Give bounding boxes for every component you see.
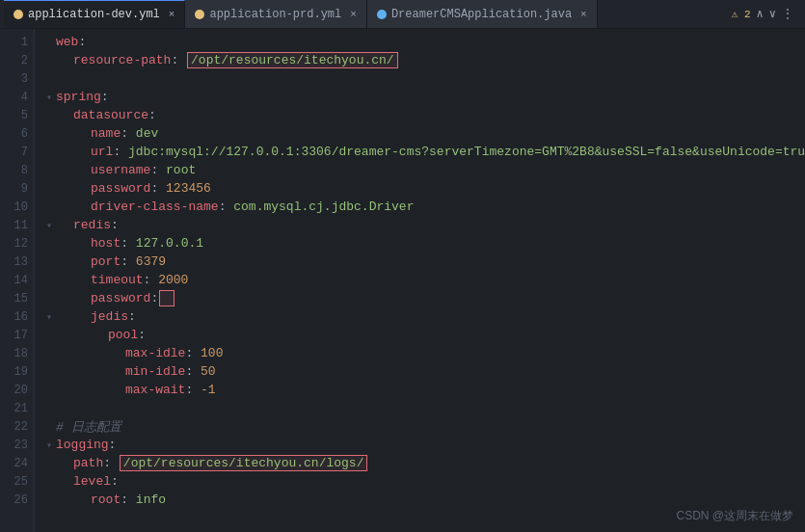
code-text: port: 6379	[91, 254, 166, 269]
code-text: url: jdbc:mysql://127.0.0.1:3306/dreamer…	[91, 145, 805, 159]
code-line: password:	[42, 289, 805, 307]
code-line: max-idle: 100	[42, 344, 805, 362]
code-line: ▾jedis:	[42, 307, 805, 326]
code-text: password: 123456	[91, 181, 211, 196]
code-text: web:	[56, 35, 86, 49]
tab-close-btn[interactable]: ×	[169, 9, 175, 20]
code-line: username: root	[42, 161, 805, 179]
code-line	[42, 69, 805, 88]
line-number: 7	[0, 143, 34, 161]
line-number: 22	[0, 417, 34, 436]
code-text: host: 127.0.0.1	[91, 236, 203, 251]
tab-dreamer-cms[interactable]: DreamerCMSApplication.java ×	[367, 0, 598, 28]
tab-application-prd[interactable]: application-prd.yml ×	[185, 0, 366, 28]
editor-body: 1234567891011121314151617181920212223242…	[0, 29, 805, 532]
code-line: min-idle: 50	[42, 362, 805, 381]
line-number: 25	[0, 472, 34, 491]
line-number: 10	[0, 198, 34, 216]
fold-gutter[interactable]: ▾	[42, 220, 56, 231]
code-line: name: dev	[42, 124, 805, 143]
code-line: web:	[42, 33, 805, 51]
tab-close-btn-3[interactable]: ×	[580, 9, 587, 20]
line-number: 11	[0, 216, 34, 234]
fold-gutter[interactable]: ▾	[42, 311, 56, 323]
tab-close-btn-2[interactable]: ×	[350, 9, 357, 20]
code-text: timeout: 2000	[91, 273, 188, 287]
tab-label-2: application-prd.yml	[209, 8, 341, 21]
line-number: 12	[0, 234, 34, 253]
code-text: username: root	[91, 163, 196, 177]
code-text: name: dev	[91, 126, 158, 141]
editor-container: application-dev.yml × application-prd.ym…	[0, 0, 805, 532]
code-line: host: 127.0.0.1	[42, 234, 805, 253]
menu-btn[interactable]: ⋮	[782, 7, 793, 21]
code-line: port: 6379	[42, 253, 805, 271]
fold-gutter[interactable]: ▾	[42, 439, 56, 451]
code-text: max-idle: 100	[125, 346, 223, 360]
code-line: path: /opt/resources/itechyou.cn/logs/	[42, 454, 805, 472]
tab-label-3: DreamerCMSApplication.java	[391, 8, 572, 21]
line-number: 1	[0, 33, 34, 51]
line-number: 23	[0, 436, 34, 454]
toolbar-right: ⚠ 2 ∧ ∨ ⋮	[732, 7, 801, 21]
line-number: 6	[0, 124, 34, 143]
line-number: 24	[0, 454, 34, 472]
line-number: 21	[0, 399, 34, 417]
line-number: 9	[0, 179, 34, 198]
fold-gutter[interactable]: ▾	[42, 92, 56, 103]
code-text	[56, 401, 64, 415]
code-line: root: info	[42, 491, 805, 509]
code-line: datasource:	[42, 106, 805, 124]
code-text: # 日志配置	[56, 418, 121, 436]
code-line	[42, 399, 805, 417]
code-line: ▾logging:	[42, 436, 805, 454]
warning-badge: ⚠ 2	[732, 8, 751, 20]
code-content: web:resource-path: /opt/resources/itechy…	[35, 29, 805, 532]
code-text: resource-path: /opt/resources/itechyou.c…	[73, 53, 399, 67]
code-line: # 日志配置	[42, 417, 805, 436]
code-text: datasource:	[73, 108, 156, 122]
code-line: password: 123456	[42, 179, 805, 198]
line-number: 15	[0, 289, 34, 307]
code-text: root: info	[91, 492, 166, 507]
line-number: 2	[0, 51, 34, 69]
tab-application-dev[interactable]: application-dev.yml ×	[4, 0, 185, 28]
code-line: driver-class-name: com.mysql.cj.jdbc.Dri…	[42, 198, 805, 216]
code-line: ▾spring:	[42, 88, 805, 106]
code-text: jedis:	[91, 309, 136, 324]
line-number: 19	[0, 362, 34, 381]
up-arrow-btn[interactable]: ∧	[757, 7, 764, 21]
line-number: 14	[0, 271, 34, 289]
line-number: 3	[0, 69, 34, 88]
code-text	[56, 71, 64, 86]
code-text: redis:	[73, 218, 119, 232]
code-line: pool:	[42, 326, 805, 344]
line-number: 17	[0, 326, 34, 344]
code-text: max-wait: -1	[125, 383, 216, 397]
code-line: resource-path: /opt/resources/itechyou.c…	[42, 51, 805, 69]
code-line: timeout: 2000	[42, 271, 805, 289]
line-number: 5	[0, 106, 34, 124]
code-text: driver-class-name: com.mysql.cj.jdbc.Dri…	[91, 200, 414, 214]
down-arrow-btn[interactable]: ∨	[769, 7, 776, 21]
line-number: 20	[0, 381, 34, 399]
line-number: 18	[0, 344, 34, 362]
code-text: level:	[73, 474, 119, 489]
code-line: level:	[42, 472, 805, 491]
tab-label: application-dev.yml	[28, 8, 160, 21]
line-numbers: 1234567891011121314151617181920212223242…	[0, 29, 35, 532]
code-text: spring:	[56, 90, 109, 104]
watermark: CSDN @这周末在做梦	[676, 508, 793, 524]
line-number: 16	[0, 307, 34, 326]
line-number: 26	[0, 491, 34, 509]
tab-bar: application-dev.yml × application-prd.ym…	[0, 0, 805, 29]
code-line: max-wait: -1	[42, 381, 805, 399]
code-line: ▾redis:	[42, 216, 805, 234]
code-text: path: /opt/resources/itechyou.cn/logs/	[73, 456, 368, 470]
code-text: pool:	[108, 328, 146, 342]
code-line: url: jdbc:mysql://127.0.0.1:3306/dreamer…	[42, 143, 805, 161]
code-text: password:	[91, 291, 175, 306]
yaml-icon	[13, 10, 23, 19]
line-number: 8	[0, 161, 34, 179]
line-number: 13	[0, 253, 34, 271]
